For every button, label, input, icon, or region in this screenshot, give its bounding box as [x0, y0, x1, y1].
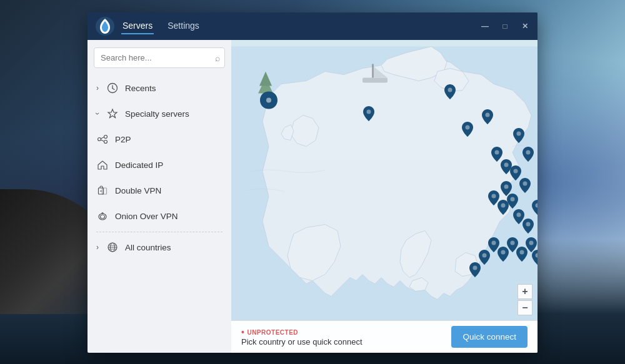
- onion-icon: [96, 210, 109, 222]
- search-input[interactable]: [94, 47, 225, 68]
- double-vpn-icon: [96, 184, 109, 197]
- specialty-icon: [106, 107, 119, 120]
- map-svg: [231, 40, 538, 353]
- all-countries-label: All countries: [125, 243, 222, 252]
- app-logo: [95, 16, 115, 36]
- double-vpn-label: Double VPN: [115, 186, 222, 195]
- status-bar: UNPROTECTED Pick country or use quick co…: [231, 320, 538, 353]
- sidebar-item-recents[interactable]: › Recents: [88, 76, 231, 101]
- specialty-arrow: ›: [93, 112, 102, 115]
- svg-point-11: [101, 190, 102, 192]
- map-area: UNPROTECTED Pick country or use quick co…: [231, 40, 538, 353]
- tab-settings[interactable]: Settings: [166, 18, 201, 34]
- svg-line-9: [101, 140, 104, 142]
- onion-label: Onion Over VPN: [115, 212, 222, 221]
- svg-point-5: [98, 138, 101, 141]
- svg-line-3: [112, 89, 114, 90]
- sidebar-item-dedicated-ip[interactable]: Dedicated IP: [88, 152, 231, 178]
- svg-point-27: [266, 98, 271, 103]
- sidebar-item-specialty[interactable]: › Specialty servers: [88, 101, 231, 127]
- svg-rect-22: [362, 78, 388, 83]
- search-box: ⌕: [94, 47, 225, 68]
- sidebar-item-onion[interactable]: Onion Over VPN: [88, 204, 231, 229]
- zoom-controls: + −: [518, 284, 532, 315]
- clock-icon: [106, 82, 119, 94]
- status-text: UNPROTECTED Pick country or use quick co…: [241, 327, 444, 347]
- zoom-in-button[interactable]: +: [518, 284, 532, 299]
- zoom-out-button[interactable]: −: [518, 300, 532, 315]
- dedicated-ip-label: Dedicated IP: [115, 160, 222, 170]
- title-bar: Servers Settings — □ ✕: [88, 12, 538, 40]
- maximize-button[interactable]: □: [500, 21, 510, 31]
- sidebar: ⌕ › Recents ›: [88, 40, 231, 353]
- search-icon[interactable]: ⌕: [215, 53, 220, 63]
- app-window: Servers Settings — □ ✕ ⌕ ›: [88, 12, 538, 353]
- svg-point-6: [104, 135, 108, 139]
- close-button[interactable]: ✕: [520, 21, 530, 31]
- globe-icon: [106, 241, 119, 253]
- recents-arrow: ›: [96, 84, 99, 92]
- main-content: ⌕ › Recents ›: [88, 40, 538, 353]
- p2p-label: P2P: [115, 135, 222, 144]
- svg-line-8: [101, 137, 104, 139]
- sidebar-item-all-countries[interactable]: › All countries: [88, 235, 231, 260]
- sidebar-item-p2p[interactable]: P2P: [88, 127, 231, 152]
- specialty-label: Specialty servers: [125, 109, 222, 119]
- p2p-icon: [96, 133, 109, 145]
- home-icon: [96, 159, 109, 171]
- status-message: Pick country or use quick connect: [241, 337, 444, 347]
- minimize-button[interactable]: —: [480, 21, 490, 31]
- window-controls: — □ ✕: [480, 21, 530, 31]
- quick-connect-button[interactable]: Quick connect: [451, 326, 528, 348]
- all-countries-arrow: ›: [96, 243, 99, 252]
- svg-point-7: [104, 140, 108, 144]
- tab-servers[interactable]: Servers: [121, 18, 154, 34]
- sidebar-item-double-vpn[interactable]: Double VPN: [88, 178, 231, 204]
- svg-point-14: [101, 215, 105, 219]
- recents-label: Recents: [125, 84, 222, 93]
- nav-divider: [96, 232, 222, 232]
- svg-marker-4: [108, 109, 117, 118]
- svg-rect-12: [102, 188, 107, 194]
- svg-rect-23: [372, 64, 374, 78]
- title-bar-tabs: Servers Settings: [121, 18, 480, 34]
- unprotected-label: UNPROTECTED: [241, 327, 444, 337]
